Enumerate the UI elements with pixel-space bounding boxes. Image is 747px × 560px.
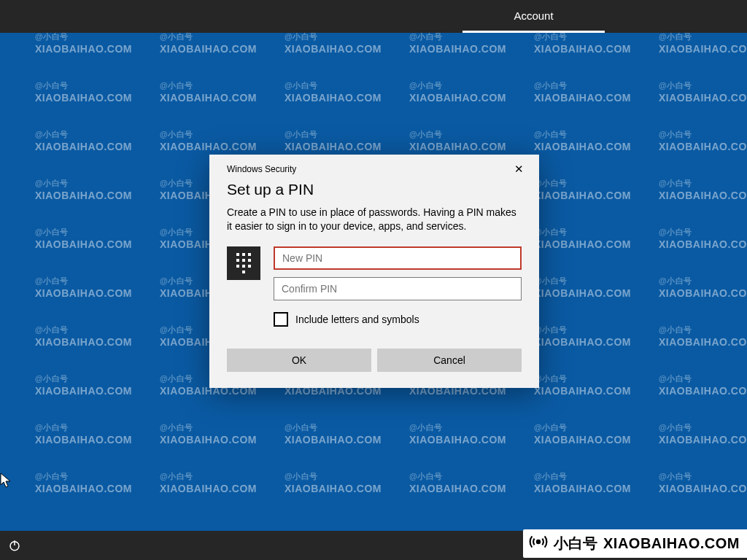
cancel-button[interactable]: Cancel <box>377 349 522 372</box>
pin-keypad-icon <box>227 246 260 280</box>
new-pin-input[interactable] <box>274 246 522 270</box>
include-letters-label: Include letters and symbols <box>295 314 419 325</box>
tab-account-label: Account <box>514 9 553 22</box>
windows-security-dialog: Windows Security ✕ Set up a PIN Create a… <box>209 155 539 388</box>
close-button[interactable]: ✕ <box>504 159 533 179</box>
include-letters-checkbox[interactable] <box>274 312 288 327</box>
desktop-background: @小白号XIAOBAIHAO.COM@小白号XIAOBAIHAO.COM@小白号… <box>0 0 747 560</box>
dialog-description: Create a PIN to use in place of password… <box>209 206 539 246</box>
svg-point-2 <box>537 540 540 543</box>
power-icon[interactable] <box>0 531 29 560</box>
ok-button[interactable]: OK <box>227 349 371 372</box>
dialog-title: Set up a PIN <box>209 181 539 206</box>
mouse-cursor-icon <box>0 472 12 489</box>
brand-badge: 小白号 XIAOBAIHAO.COM <box>523 529 747 558</box>
brand-en: XIAOBAIHAO.COM <box>603 535 740 552</box>
dialog-header-label: Windows Security <box>227 164 296 174</box>
brand-cn: 小白号 <box>554 534 597 553</box>
oobe-topbar: Account <box>0 0 747 33</box>
close-icon: ✕ <box>514 163 524 176</box>
broadcast-icon <box>529 532 548 555</box>
tab-account[interactable]: Account <box>462 0 605 33</box>
confirm-pin-input[interactable] <box>274 277 522 300</box>
